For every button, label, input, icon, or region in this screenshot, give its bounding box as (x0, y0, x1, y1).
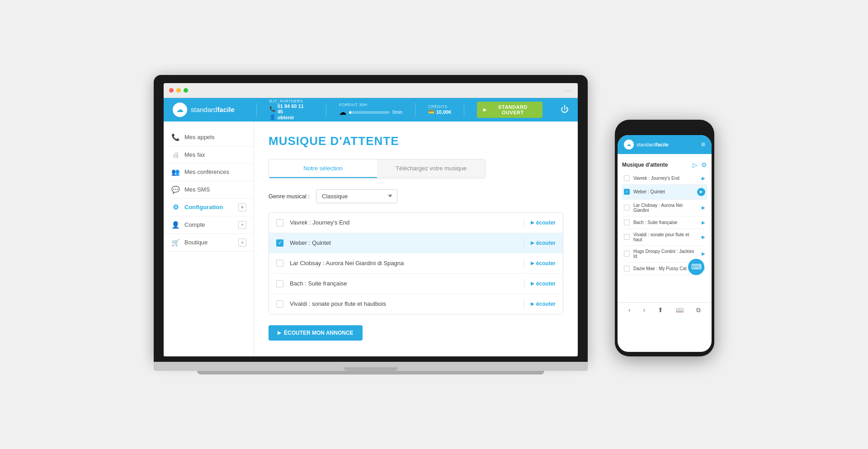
forfait-progress-bar (349, 111, 390, 114)
music-checkbox-2[interactable] (276, 239, 283, 247)
phone-music-item-2: Weber : Quintet ▶ (622, 185, 707, 200)
app-body: 📞 Mes appels 🖨 Mes fax 👥 Mes conférences (164, 122, 578, 356)
genre-row: Genre musical : Classique Jazz Pop Rock … (269, 189, 563, 203)
ecouter-btn-1[interactable]: écouter (531, 220, 556, 226)
phone-music-title-2: Weber : Quintet (633, 189, 693, 194)
credits-value: 💳 10,00€ (428, 109, 452, 115)
music-checkbox-3[interactable] (276, 260, 283, 267)
sidebar-item-configuration[interactable]: ⚙ Configuration + (164, 199, 254, 216)
tab-notre-selection[interactable]: Notre sélection (269, 159, 377, 178)
fax-icon: 🖨 (171, 151, 180, 159)
music-title-4: Bach : Suite française (290, 280, 518, 287)
ecouter-annonce-button[interactable]: ÉCOUTER MON ANNONCE (269, 325, 363, 341)
phone-logo-text: standardfacile (637, 142, 669, 147)
sidebar: 📞 Mes appels 🖨 Mes fax 👥 Mes conférences (164, 122, 254, 356)
phone-checkbox-7[interactable] (624, 266, 630, 271)
power-icon[interactable]: ⏻ (561, 105, 569, 114)
sidebar-item-appels[interactable]: 📞 Mes appels (164, 129, 254, 146)
logo-icon: ☁ (173, 103, 187, 117)
app-header: ☁ standardfacile BJT_PARTNERS 📞 01 84 60… (164, 98, 578, 122)
phone-fab-button[interactable]: ⌨ (688, 259, 704, 275)
phone-play-btn-1[interactable]: ▶ (702, 176, 705, 181)
phone-screen: ☁ standardfacile ≡ Musique d'attente ▷ ⚙ (618, 135, 712, 352)
phone-play-btn-4[interactable]: ▶ (702, 220, 705, 225)
music-checkbox-5[interactable] (276, 300, 283, 308)
main-content: MUSIQUE D'ATTENTE Notre sélection Téléch… (254, 122, 578, 356)
phone-back-icon[interactable]: ‹ (628, 306, 631, 313)
sidebar-item-label-appels: Mes appels (184, 134, 214, 140)
header-divider-1 (256, 103, 257, 117)
genre-select[interactable]: Classique Jazz Pop Rock Lounge (316, 189, 397, 203)
logo-area: ☁ standardfacile (173, 103, 235, 117)
scene: ··· ☁ standardfacile BJT_PARTNERS � (0, 57, 868, 393)
genre-label: Genre musical : (269, 193, 310, 200)
laptop-device: ··· ☁ standardfacile BJT_PARTNERS � (154, 75, 588, 374)
sms-icon: 💬 (171, 186, 180, 194)
boutique-plus-button[interactable]: + (238, 239, 246, 247)
phone-notch (646, 124, 683, 133)
music-item-3: Lar Clobsay : Aurora Nei Giardini di Spa… (269, 253, 563, 274)
phone-checkbox-3[interactable] (624, 205, 630, 210)
phone-play-btn-6[interactable]: ▶ (702, 251, 705, 256)
phone-section-icons: ▷ ⚙ (693, 161, 707, 168)
ecouter-btn-4[interactable]: écouter (531, 281, 556, 287)
phone-music-title-5: Vivaldi : sonate pour flute et haut (633, 232, 698, 242)
sidebar-item-conferences[interactable]: 👥 Mes conférences (164, 164, 254, 181)
sidebar-item-label-conferences: Mes conférences (184, 168, 229, 175)
ecouter-btn-3[interactable]: écouter (531, 260, 556, 267)
phone-play-btn-3[interactable]: ▶ (702, 205, 705, 210)
configuration-plus-button[interactable]: + (238, 203, 246, 211)
standard-open-button[interactable]: STANDARD OUVERT (477, 102, 542, 118)
phone-settings-icon[interactable]: ⚙ (701, 161, 707, 168)
compte-icon: 👤 (171, 221, 180, 229)
logo-text: standardfacile (191, 106, 235, 113)
phone-tabs-icon[interactable]: ⧉ (696, 306, 701, 314)
phone-hamburger-icon[interactable]: ≡ (701, 140, 705, 149)
music-title-3: Lar Clobsay : Aurora Nei Giardini di Spa… (290, 260, 518, 267)
company-label: BJT_PARTNERS (269, 99, 307, 103)
ecouter-btn-5[interactable]: écouter (531, 301, 556, 307)
browser-menu-icon: ··· (564, 87, 572, 94)
forfait-bar-row: ☁ 0min (339, 108, 402, 117)
music-checkbox-4[interactable] (276, 280, 283, 287)
phone-checkbox-4[interactable] (624, 220, 630, 225)
sidebar-item-label-boutique: Boutique (184, 239, 208, 246)
phone-music-title-6: Hugo Droopy Contini : Jackies Id (633, 249, 698, 259)
page-title: MUSIQUE D'ATTENTE (269, 134, 563, 148)
forfait-bar-fill (349, 111, 351, 114)
phone-play-btn-2-filled[interactable]: ▶ (697, 188, 705, 196)
phone-section-header: Musique d'attente ▷ ⚙ (622, 159, 707, 172)
tab-telechargez[interactable]: Téléchargez votre musique (377, 159, 485, 178)
conferences-icon: 👥 (171, 168, 180, 176)
forfait-block: FORFAIT 30H ☁ 0min (339, 103, 402, 117)
music-divider-5 (524, 299, 524, 309)
music-divider-1 (524, 218, 524, 227)
phone-checkbox-5[interactable] (624, 234, 630, 240)
music-checkbox-1[interactable] (276, 219, 283, 226)
phone-checkbox-6[interactable] (624, 251, 630, 257)
browser-dot-red[interactable] (169, 88, 174, 93)
phone-device: ☁ standardfacile ≡ Musique d'attente ▷ ⚙ (615, 120, 714, 356)
phone-checkbox-1[interactable] (624, 175, 630, 181)
music-divider-4 (524, 279, 524, 288)
tabs-row: Notre sélection Téléchargez votre musiqu… (269, 159, 486, 178)
phone-bookmark-icon[interactable]: 📖 (676, 306, 684, 313)
obtain-label[interactable]: 👤 obtenir (269, 114, 307, 120)
music-title-1: Vavrek : Journey's End (290, 219, 518, 226)
phone-forward-icon[interactable]: › (643, 306, 646, 313)
phone-share-icon[interactable]: ⬆ (658, 306, 663, 313)
sidebar-item-boutique[interactable]: 🛒 Boutique + (164, 234, 254, 252)
sidebar-item-sms[interactable]: 💬 Mes SMS (164, 181, 254, 199)
phone-play-icon[interactable]: ▷ (693, 161, 698, 168)
phone-play-btn-5[interactable]: ▶ (702, 234, 705, 239)
phone-checkbox-2[interactable] (624, 189, 630, 195)
sidebar-item-fax[interactable]: 🖨 Mes fax (164, 146, 254, 164)
phone-logo-area: ☁ standardfacile (624, 140, 669, 150)
sidebar-item-compte[interactable]: 👤 Compte + (164, 216, 254, 234)
ecouter-btn-2[interactable]: écouter (531, 240, 556, 246)
sidebar-item-label-compte: Compte (184, 221, 205, 228)
compte-plus-button[interactable]: + (238, 221, 246, 229)
browser-dot-green[interactable] (184, 88, 188, 93)
sidebar-item-label-sms: Mes SMS (184, 186, 210, 193)
browser-dot-yellow[interactable] (176, 88, 181, 93)
